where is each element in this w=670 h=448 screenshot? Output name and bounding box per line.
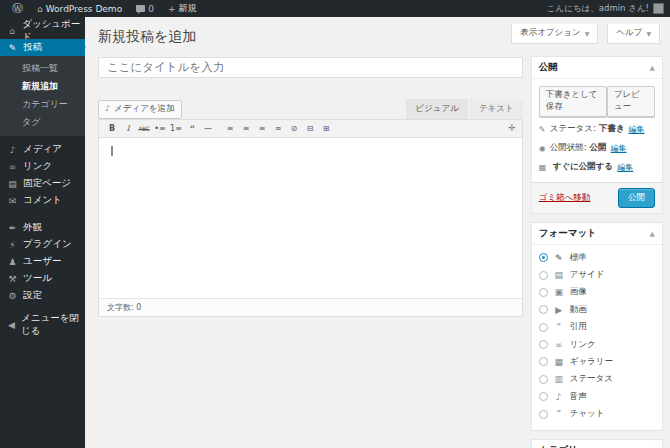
edit-visibility-link[interactable]: 編集 [611,143,627,154]
collapse-panel-icon[interactable]: ▲ [650,230,655,238]
category-box-title: カテゴリー [539,444,587,448]
site-name-link[interactable]: ⌂ WordPress Demo [32,0,127,17]
format-option[interactable]: ▶動画 [539,301,655,318]
horizontal-rule-icon[interactable]: — [201,121,215,135]
sidebar-item-posts[interactable]: ✎ 投稿 [0,39,85,56]
screen-options-button[interactable]: 表示オプション ▼ [511,24,598,44]
format-option[interactable]: ∞リンク [539,336,655,353]
status-icon: ✎ [539,125,550,134]
format-option[interactable]: ▦ギャラリー [539,353,655,370]
publish-box-title: 公開 [539,61,558,74]
collapse-menu-button[interactable]: ◀ メニューを閉じる [0,316,85,333]
main-content: 表示オプション ▼ ヘルプ ▼ 新規投稿を追加 ♪ メディアを追加 ビジュアル … [85,17,670,448]
radio-button[interactable] [539,323,548,332]
format-option[interactable]: ✎標準 [539,249,655,266]
sidebar-item-appearance[interactable]: ✒ 外観 [0,219,85,236]
blockquote-icon[interactable]: “ [185,121,199,135]
radio-button[interactable] [539,410,548,419]
submenu-categories[interactable]: カテゴリー [0,95,85,113]
format-option[interactable]: ▤アサイド [539,266,655,283]
align-left-icon[interactable]: ≡ [223,121,237,135]
edit-status-link[interactable]: 編集 [629,124,645,135]
format-option[interactable]: ♪音声 [539,388,655,405]
sidebar-item-media[interactable]: ♪ メディア [0,141,85,158]
help-button[interactable]: ヘルプ ▼ [607,24,660,44]
comment-bubble-icon [136,5,145,12]
radio-button[interactable] [539,271,548,280]
fullscreen-icon[interactable]: ✛ [508,123,516,133]
bullet-list-icon[interactable]: •≡ [153,121,167,135]
sidebar-item-pages[interactable]: ▤ 固定ページ [0,175,85,192]
post-title-input[interactable] [98,57,523,78]
save-draft-button[interactable]: 下書きとして保存 [539,86,607,117]
new-content-link[interactable]: + 新規 [163,0,202,17]
edit-schedule-link[interactable]: 編集 [617,162,633,173]
add-media-button[interactable]: ♪ メディアを追加 [98,100,182,119]
site-name: WordPress Demo [46,4,122,14]
status-value: 下書き [599,123,625,135]
align-center-icon[interactable]: ≡ [239,121,253,135]
word-count-value: 0 [136,303,141,312]
format-option[interactable]: ”チャット [539,405,655,422]
radio-button[interactable] [539,253,548,262]
link-icon[interactable]: ∞ [271,121,285,135]
category-box-header[interactable]: カテゴリー ▲ [532,440,662,448]
plus-icon: + [168,4,176,14]
sidebar-item-tools[interactable]: ⚒ ツール [0,270,85,287]
submenu-tags[interactable]: タグ [0,113,85,131]
visibility-label: 公開状態: [550,142,587,154]
format-option-label: 引用 [570,321,587,333]
wordpress-logo-icon[interactable]: Ⓦ [7,0,28,17]
comments-icon: ✉ [7,196,18,206]
status-row: ✎ ステータス: 下書き 編集 [532,119,662,138]
format-box-header[interactable]: フォーマット ▲ [532,223,662,244]
radio-button[interactable] [539,392,548,401]
sidebar-item-users[interactable]: ♟ ユーザー [0,253,85,270]
more-tag-icon[interactable]: ⊟ [303,121,317,135]
radio-button[interactable] [539,357,548,366]
status-label: ステータス: [550,123,596,135]
comments-count: 0 [148,4,154,14]
strikethrough-icon[interactable]: ABC [137,121,151,135]
format-option[interactable]: ▣画像 [539,284,655,301]
collapse-panel-icon[interactable]: ▲ [650,64,655,72]
format-box-title: フォーマット [539,227,597,240]
radio-button[interactable] [539,288,548,297]
preview-button[interactable]: プレビュー [607,86,655,117]
unlink-icon[interactable]: ⊘ [287,121,301,135]
pin-icon: ✎ [553,253,565,263]
sidebar-item-dashboard[interactable]: ⌂ ダッシュボード [0,22,85,39]
sidebar-item-settings[interactable]: ⚙ 設定 [0,287,85,304]
schedule-row: ▦ すぐに公開する 編集 [532,157,662,176]
radio-button[interactable] [539,375,548,384]
sidebar-item-plugins[interactable]: ⚡ プラグイン [0,236,85,253]
tab-visual[interactable]: ビジュアル [406,99,468,119]
sidebar-item-comments[interactable]: ✉ コメント [0,192,85,209]
format-option[interactable]: “引用 [539,319,655,336]
format-option[interactable]: ▥ステータス [539,371,655,388]
user-greeting[interactable]: こんにちは、admin さん! [547,3,649,15]
sidebar-item-links[interactable]: ∞ リンク [0,158,85,175]
submenu-all-posts[interactable]: 投稿一覧 [0,59,85,77]
bold-icon[interactable]: B [105,121,119,135]
editor-content-area[interactable] [99,138,522,298]
publish-button[interactable]: 公開 [618,188,655,208]
add-media-label: メディアを追加 [114,103,175,115]
ordered-list-icon[interactable]: 1≡ [169,121,183,135]
wrench-icon: ⚒ [7,274,18,284]
radio-button[interactable] [539,340,548,349]
comments-adminbar-link[interactable]: 0 [131,0,159,17]
kitchen-sink-icon[interactable]: ⊞ [319,121,333,135]
user-avatar[interactable] [653,3,664,14]
visibility-row: ◉ 公開状態: 公開 編集 [532,138,662,157]
italic-icon[interactable]: I [121,121,135,135]
align-right-icon[interactable]: ≡ [255,121,269,135]
submenu-add-new[interactable]: 新規追加 [0,77,85,95]
sidebar-item-label: コメント [23,194,62,207]
publish-box-header[interactable]: 公開 ▲ [532,57,662,78]
tab-text[interactable]: テキスト [470,99,523,119]
word-count-bar: 文字数: 0 [99,298,522,316]
posts-submenu: 投稿一覧 新規追加 カテゴリー タグ [0,56,85,136]
move-to-trash-link[interactable]: ゴミ箱へ移動 [539,192,591,204]
radio-button[interactable] [539,305,548,314]
